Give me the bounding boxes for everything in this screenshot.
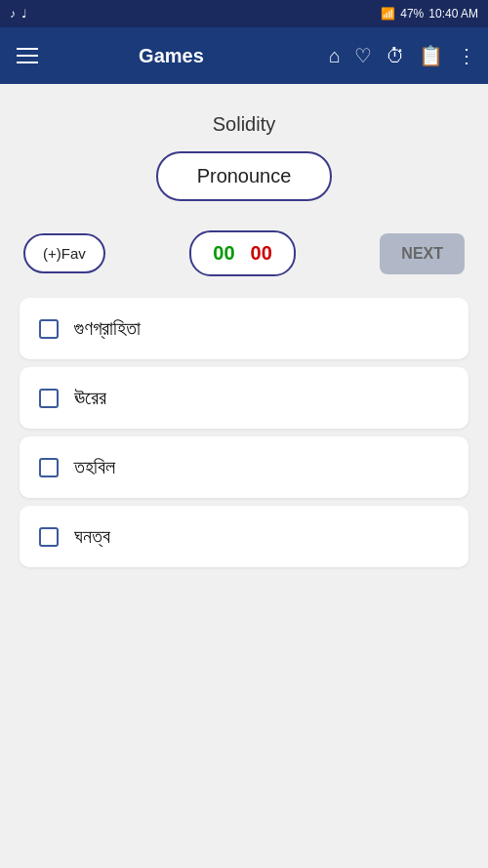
controls-row: (+)Fav 00 00 NEXT: [20, 230, 468, 276]
status-left-icons: ♪ ♩: [10, 7, 27, 21]
option-text-1: গুণগ্রাহিতা: [74, 317, 141, 340]
score-correct: 00: [213, 242, 234, 265]
score-display: 00 00: [189, 230, 296, 276]
music-icon: ♪: [10, 7, 16, 21]
history-icon[interactable]: ⏱: [386, 45, 405, 67]
home-icon[interactable]: ⌂: [329, 45, 341, 67]
option-checkbox-4[interactable]: [39, 527, 59, 547]
option-item-3[interactable]: তহবিল: [20, 436, 468, 498]
option-item-2[interactable]: ঊরের: [20, 367, 468, 429]
nav-title: Games: [14, 45, 329, 67]
battery-text: 47%: [400, 7, 424, 21]
score-wrong: 00: [251, 242, 272, 265]
word-label: Solidity: [20, 113, 468, 136]
heart-icon[interactable]: ♡: [354, 44, 372, 67]
option-item-4[interactable]: ঘনত্ব: [20, 506, 468, 567]
status-right-info: 📶 47% 10:40 AM: [381, 7, 478, 21]
note-icon: ♩: [21, 7, 27, 21]
sim-icon: 📶: [381, 7, 395, 21]
option-checkbox-1[interactable]: [39, 319, 59, 339]
more-icon[interactable]: ⋮: [457, 44, 476, 67]
options-list: গুণগ্রাহিতা ঊরের তহবিল ঘনত্ব: [20, 298, 468, 567]
option-text-4: ঘনত্ব: [74, 525, 110, 548]
nav-icons-group: ⌂ ♡ ⏱ 📋 ⋮: [329, 44, 476, 67]
clipboard-icon[interactable]: 📋: [419, 44, 443, 67]
time-text: 10:40 AM: [428, 7, 478, 21]
next-button[interactable]: NEXT: [380, 233, 465, 274]
main-content: Solidity Pronounce (+)Fav 00 00 NEXT গুণ…: [0, 84, 488, 587]
status-bar: ♪ ♩ 📶 47% 10:40 AM: [0, 0, 488, 27]
option-item-1[interactable]: গুণগ্রাহিতা: [20, 298, 468, 359]
option-text-3: তহবিল: [74, 456, 115, 478]
fav-button[interactable]: (+)Fav: [23, 233, 105, 273]
option-text-2: ঊরের: [74, 387, 106, 409]
option-checkbox-2[interactable]: [39, 389, 59, 408]
option-checkbox-3[interactable]: [39, 458, 59, 477]
nav-bar: Games ⌂ ♡ ⏱ 📋 ⋮: [0, 27, 488, 84]
pronounce-button[interactable]: Pronounce: [156, 151, 333, 201]
